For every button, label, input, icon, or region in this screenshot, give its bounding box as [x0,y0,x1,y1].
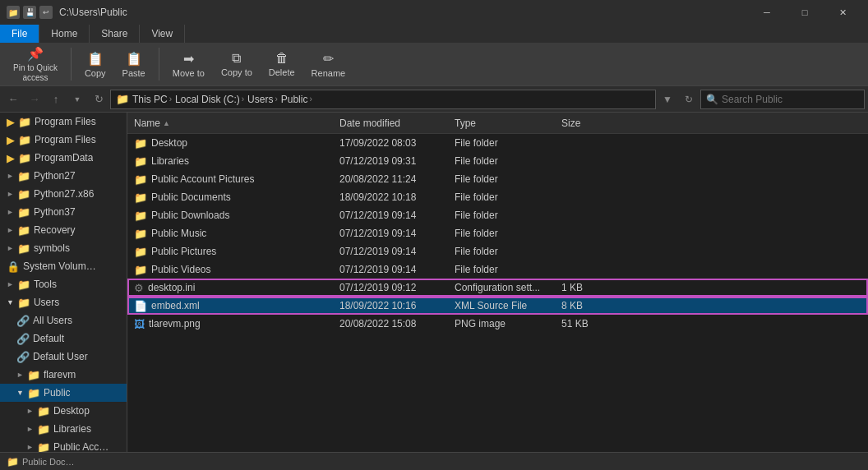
file-date: 07/12/2019 09:14 [339,210,455,221]
col-header-name[interactable]: Name ▲ [134,118,339,129]
title-bar-left: 📁 💾 ↩ C:\Users\Public [7,6,127,19]
sidebar-item-all-users[interactable]: 🔗 All Users [0,311,127,329]
folder-icon: 📁 [134,246,147,258]
file-row-public-music[interactable]: 📁 Public Music 07/12/2019 09:14 File fol… [127,224,868,242]
expand-arrow: ► [7,208,14,216]
col-date-label: Date modified [339,118,400,129]
sidebar-item-users[interactable]: ▼ 📁 Users [0,293,127,311]
file-date: 07/12/2019 09:14 [339,228,455,239]
sidebar-item-python27x86[interactable]: ► 📁 Python27.x86 [0,185,127,203]
file-row-desktop[interactable]: 📁 Desktop 17/09/2022 08:03 File folder [127,134,868,152]
folder-icon: ▶ [7,134,15,146]
tab-share[interactable]: Share [90,25,140,43]
rename-button[interactable]: ✏ Rename [305,48,353,81]
move-to-button[interactable]: ➡ Move to [166,48,211,81]
sidebar-item-default-user[interactable]: 🔗 Default User [0,348,127,366]
tab-file[interactable]: File [0,25,39,43]
sidebar-item-python37[interactable]: ► 📁 Python37 [0,203,127,221]
folder-icon: 📁 [27,387,40,399]
folder-icon: 📁 [37,423,50,435]
sidebar-label: Public Acc… [53,441,108,453]
file-name: tlarevm.png [149,318,201,329]
file-row-public-documents[interactable]: 📁 Public Documents 18/09/2022 10:18 File… [127,188,868,206]
col-type-label: Type [455,118,476,129]
pin-quick-access-button[interactable]: 📌 Pin to Quickaccess [7,43,64,86]
col-header-type[interactable]: Type [455,118,561,129]
folder-icon: 📁 [134,137,147,150]
file-type: File folder [455,228,561,239]
address-refresh-button[interactable]: ↻ [679,90,699,109]
file-row-libraries[interactable]: 📁 Libraries 07/12/2019 09:31 File folder [127,152,868,170]
file-name: Libraries [151,155,189,167]
sidebar-item-system-volume[interactable]: 🔒 System Volum… [0,257,127,275]
pin-label: Pin to Quickaccess [13,63,58,83]
folder-icon: 📁 [17,279,30,291]
window-controls: ─ □ ✕ [748,0,861,25]
refresh-button[interactable]: ↻ [89,90,108,109]
folder-icon: 📁 [27,369,40,381]
back-button[interactable]: ← [3,90,23,109]
file-row-desktop-ini[interactable]: ⚙ desktop.ini 07/12/2019 09:12 Configura… [127,279,868,297]
chevron-1: › [169,94,172,104]
sidebar-item-python27[interactable]: ► 📁 Python27 [0,167,127,185]
file-type: File folder [455,137,561,149]
file-row-public-downloads[interactable]: 📁 Public Downloads 07/12/2019 09:14 File… [127,206,868,224]
sidebar-item-public-desktop[interactable]: ► 📁 Desktop [0,402,127,420]
copy-to-button[interactable]: ⧉ Copy to [215,48,259,81]
paste-button[interactable]: 📋 Paste [116,48,152,81]
file-row-public-pictures[interactable]: 📁 Public Pictures 07/12/2019 09:14 File … [127,242,868,260]
sidebar-item-default[interactable]: 🔗 Default [0,329,127,348]
file-row-tlarevm-png[interactable]: 🖼 tlarevm.png 20/08/2022 15:08 PNG image… [127,315,868,333]
up-button[interactable]: ↑ [46,90,66,109]
minimize-button[interactable]: ─ [748,0,786,25]
sidebar-item-tools[interactable]: ► 📁 Tools [0,275,127,293]
chevron-2: › [242,94,244,104]
rename-icon: ✏ [323,51,334,67]
tab-home[interactable]: Home [39,25,90,43]
copy-button[interactable]: 📋 Copy [78,48,113,81]
sidebar-item-flarevm[interactable]: ► 📁 flarevm [0,366,127,384]
expand-arrow: ► [7,280,14,288]
file-row-public-account-pictures[interactable]: 📁 Public Account Pictures 20/08/2022 11:… [127,170,868,188]
maximize-button[interactable]: □ [786,0,824,25]
folder-icon: 📁 [18,152,31,164]
paste-label: Paste [122,68,145,78]
sidebar-item-program-files-1[interactable]: ▶ 📁 Program Files [0,113,127,131]
sidebar-item-symbols[interactable]: ► 📁 symbols [0,239,127,257]
col-header-date[interactable]: Date modified [339,118,455,129]
col-header-size[interactable]: Size [561,118,619,129]
file-date: 07/12/2019 09:14 [339,264,455,275]
sidebar-item-public-libraries[interactable]: ► 📁 Libraries [0,420,127,438]
sidebar-item-public-acc[interactable]: ► 📁 Public Acc… [0,438,127,453]
copy-to-icon: ⧉ [232,51,241,66]
close-button[interactable]: ✕ [824,0,861,25]
sort-arrow: ▲ [163,119,170,127]
sidebar-label: Program Files [35,116,96,127]
sidebar-label: Libraries [53,423,91,435]
file-size: 1 KB [561,282,619,293]
sidebar-label: Python27.x86 [34,188,94,200]
address-dropdown-button[interactable]: ▼ [658,90,677,109]
recent-locations-button[interactable]: ▼ [67,90,87,109]
file-name: Public Pictures [151,246,216,257]
sidebar-item-program-files-2[interactable]: ▶ 📁 Program Files [0,131,127,149]
tab-view[interactable]: View [140,25,185,43]
sidebar-label: Tools [34,279,57,290]
folder-icon: 📁 [18,134,31,146]
file-size: 51 KB [561,318,619,329]
search-input[interactable] [722,94,859,105]
forward-button[interactable]: → [25,90,44,109]
file-row-embed-xml[interactable]: 📄 embed.xml 18/09/2022 10:16 XML Source … [127,297,868,315]
delete-button[interactable]: 🗑 Delete [262,48,302,81]
address-local-disk: Local Disk (C:) › [175,94,244,105]
sidebar-item-recovery[interactable]: ► 📁 Recovery [0,221,127,239]
search-box[interactable]: 🔍 [700,90,865,109]
address-bar[interactable]: 📁 This PC › Local Disk (C:) › Users › Pu… [110,90,656,109]
file-date: 20/08/2022 15:08 [339,318,455,329]
sidebar-item-public[interactable]: ▼ 📁 Public [0,384,127,402]
file-row-public-videos[interactable]: 📁 Public Videos 07/12/2019 09:14 File fo… [127,260,868,279]
chevron-3: › [275,94,277,104]
sidebar-item-programdata[interactable]: ▶ 📁 ProgramData [0,149,127,167]
main-layout: ▶ 📁 Program Files ▶ 📁 Program Files ▶ 📁 … [0,113,868,453]
folder-icon: 📁 [134,228,147,240]
